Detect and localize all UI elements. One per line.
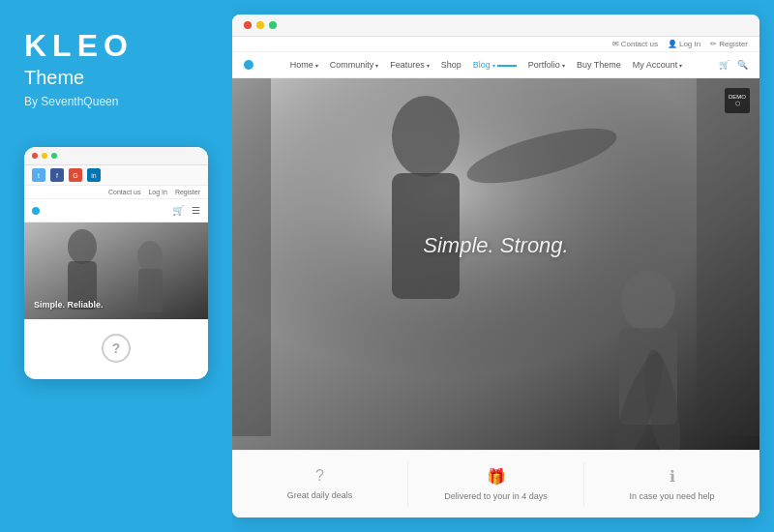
- help-icon: ℹ: [670, 467, 675, 486]
- delivery-label: Delivered to your in 4 days: [444, 491, 548, 501]
- nav-label-features: Features: [390, 60, 425, 70]
- cart-icon: 🛒: [172, 205, 184, 216]
- mobile-login-text: Log In: [148, 189, 166, 195]
- desktop-search-icon[interactable]: 🔍: [737, 60, 748, 70]
- mobile-social-bar: t f G in: [24, 165, 208, 186]
- deals-label: Great daily deals: [287, 490, 353, 500]
- desktop-mockup: ✉ Contact us 👤 Log In ✏ Register Home ▾ …: [232, 15, 759, 517]
- login-icon: 👤: [668, 40, 677, 48]
- mobile-question-icon: ?: [102, 334, 131, 363]
- contact-icon: ✉: [612, 40, 619, 48]
- mobile-hero-figures: Simple. Reliable.: [24, 222, 208, 319]
- svg-rect-15: [232, 78, 271, 436]
- nav-arrow-features: ▾: [427, 62, 430, 69]
- nav-item-home[interactable]: Home ▾: [290, 60, 318, 70]
- hero-badge: DEMO⬡: [725, 88, 750, 113]
- help-label: In case you need help: [629, 491, 714, 501]
- googleplus-icon: G: [69, 168, 82, 182]
- nav-active-indicator: [497, 65, 517, 67]
- desktop-hero-text: Simple. Strong.: [423, 233, 568, 258]
- mobile-dot-green: [51, 153, 57, 159]
- mobile-contact-bar: Contact us Log In Register: [24, 186, 208, 199]
- svg-rect-6: [232, 78, 759, 450]
- feature-item-delivery: 🎁 Delivered to your in 4 days: [408, 462, 584, 506]
- nav-label-portfolio: Portfolio: [528, 60, 560, 70]
- mobile-nav-icons: 🛒 ☰: [172, 205, 200, 216]
- mobile-register-text: Register: [175, 189, 200, 195]
- desktop-register-text: ✏ Register: [710, 40, 748, 48]
- desktop-hero: Simple. Strong. DEMO⬡: [232, 78, 759, 450]
- nav-item-buytheme[interactable]: Buy Theme: [577, 60, 621, 70]
- svg-point-3: [137, 241, 163, 272]
- nav-item-features[interactable]: Features ▾: [390, 60, 430, 70]
- svg-point-7: [392, 96, 460, 177]
- deals-icon: ?: [315, 467, 324, 485]
- nav-label-home: Home: [290, 60, 313, 70]
- nav-item-myaccount[interactable]: My Account ▾: [633, 60, 683, 70]
- desktop-nav-bar: Home ▾ Community ▾ Features ▾ Shop Blog …: [232, 52, 759, 78]
- linkedin-icon: in: [87, 168, 101, 182]
- hamburger-icon: ☰: [192, 205, 200, 216]
- desktop-hero-svg: [232, 78, 759, 450]
- mobile-top-bar: [24, 147, 208, 165]
- left-panel: KLEO Theme By SeventhQueen t f G in Cont…: [0, 0, 232, 532]
- desktop-features-bar: ? Great daily deals 🎁 Delivered to your …: [232, 450, 759, 517]
- brand-by: By SeventhQueen: [24, 95, 208, 108]
- twitter-icon: t: [32, 168, 45, 182]
- mobile-dot-yellow: [42, 153, 47, 159]
- delivery-icon: 🎁: [487, 467, 506, 486]
- nav-arrow-portfolio: ▾: [562, 62, 565, 69]
- desktop-nav-items: Home ▾ Community ▾ Features ▾ Shop Blog …: [290, 60, 683, 70]
- svg-point-10: [621, 270, 675, 332]
- brand-title: KLEO: [24, 29, 208, 63]
- mobile-nav-bar: 🛒 ☰: [24, 199, 208, 222]
- nav-item-community[interactable]: Community ▾: [330, 60, 379, 70]
- desktop-nav-right: 🛒 🔍: [719, 60, 748, 70]
- mobile-contact-text: Contact us: [108, 189, 140, 195]
- desktop-contact-bar: ✉ Contact us 👤 Log In ✏ Register: [232, 37, 759, 52]
- nav-label-myaccount: My Account: [633, 60, 678, 70]
- nav-label-community: Community: [330, 60, 374, 70]
- mobile-mockup: t f G in Contact us Log In Register 🛒 ☰: [24, 147, 208, 379]
- desktop-login-text: 👤 Log In: [668, 40, 700, 48]
- nav-arrow-community: ▾: [375, 62, 378, 69]
- mobile-hero: Simple. Reliable.: [24, 222, 208, 319]
- svg-rect-4: [138, 269, 163, 312]
- nav-item-portfolio[interactable]: Portfolio ▾: [528, 60, 565, 70]
- feature-item-help: ℹ In case you need help: [584, 462, 759, 506]
- mobile-dot-red: [32, 153, 38, 159]
- desktop-dot-red: [244, 21, 252, 29]
- nav-arrow-home: ▾: [315, 62, 318, 69]
- nav-item-blog[interactable]: Blog ▾: [473, 60, 517, 70]
- nav-label-buytheme: Buy Theme: [577, 60, 621, 70]
- brand-subtitle: Theme: [24, 67, 208, 89]
- mobile-logo: [32, 207, 40, 215]
- register-icon: ✏: [710, 40, 717, 48]
- nav-label-shop: Shop: [441, 60, 461, 70]
- facebook-icon: f: [50, 168, 64, 182]
- nav-label-blog: Blog: [473, 60, 491, 70]
- nav-item-shop[interactable]: Shop: [441, 60, 461, 70]
- desktop-top-bar: [232, 15, 759, 37]
- desktop-logo: [244, 60, 253, 70]
- desktop-dot-yellow: [256, 21, 264, 29]
- nav-arrow-myaccount: ▾: [679, 62, 682, 69]
- desktop-dot-green: [269, 21, 277, 29]
- nav-arrow-blog: ▾: [492, 62, 495, 69]
- feature-item-deals: ? Great daily deals: [232, 462, 408, 506]
- desktop-contact-text: ✉ Contact us: [612, 40, 658, 48]
- hero-badge-text: DEMO⬡: [729, 94, 746, 107]
- svg-point-1: [68, 229, 97, 264]
- mobile-hero-text: Simple. Reliable.: [34, 300, 104, 310]
- svg-rect-14: [697, 78, 759, 436]
- desktop-cart-icon[interactable]: 🛒: [719, 60, 729, 70]
- mobile-bottom: ?: [24, 319, 208, 377]
